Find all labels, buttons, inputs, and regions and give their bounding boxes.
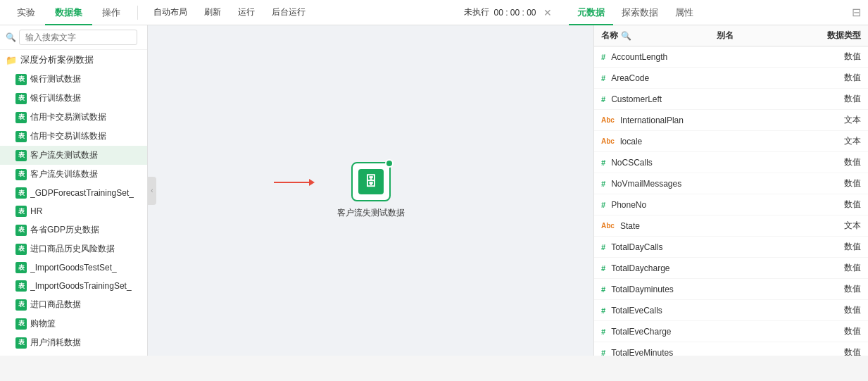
col-header-alias: 别名 [717,30,803,42]
sidebar-item-label: _ImportGoodsTestSet_ [30,263,117,273]
sidebar-item-label: 进口商品历史风险数据 [30,243,115,255]
canvas-node: 🗄 客户流失测试数据 [337,162,405,219]
sidebar-item-gdp-history[interactable]: 表 各省GDP历史数据 [0,220,147,239]
collapse-right-panel-button[interactable]: ⊟ [852,6,861,19]
sidebar-item-hr[interactable]: 表 HR [0,202,147,220]
col-header-type: 数据类型 [803,30,861,42]
tab-attributes[interactable]: 属性 [667,0,702,25]
sidebar-item-customer-loss-test[interactable]: 表 客户流失测试数据 [0,146,147,165]
tab-experiment[interactable]: 实验 [7,0,45,25]
search-name-icon[interactable]: 🔍 [621,31,631,41]
table-row: #CustomerLeft 数值 [594,89,868,110]
dataset-icon: 表 [15,187,27,199]
sidebar-item-label: HR [30,206,42,216]
sidebar-item-label: 进口商品数据 [30,299,81,311]
sidebar-item-credit-test[interactable]: 表 信用卡交易测试数据 [0,108,147,127]
sidebar-item-user-consume[interactable]: 表 用户消耗数据 [0,333,147,352]
table-row: AbcState 文本 [594,216,868,237]
canvas-area: ‹ 🗄 客户流失测试数据 [148,25,593,356]
metadata-table-header: 名称 🔍 别名 数据类型 [594,25,868,46]
sidebar-item-gdp-forecast[interactable]: 表 _GDPForecastTrainingSet_ [0,184,147,202]
search-icon: 🔍 [6,32,16,42]
dataset-icon: 表 [15,150,27,161]
node-dataset-icon: 🗄 [358,169,384,194]
sidebar-item-label: 信用卡交易训练数据 [30,130,106,142]
sidebar-item-label: _ImportGoodsTrainingSet_ [30,281,132,291]
timer-display: 未执行 00 : 00 : 00 ✕ [464,6,554,20]
tab-operation[interactable]: 操作 [92,0,130,25]
dataset-icon: 表 [15,112,27,123]
auto-layout-button[interactable]: 自动布局 [145,4,196,21]
table-row: #TotalEveCharge 数值 [594,321,868,342]
sidebar-item-label: 客户流失测试数据 [30,149,98,161]
sidebar-item-label: 信用卡交易测试数据 [30,111,106,123]
sidebar-item-label: 银行训练数据 [30,92,81,104]
sidebar-item-import-risk[interactable]: 表 进口商品历史风险数据 [0,239,147,258]
background-run-button[interactable]: 后台运行 [263,4,314,21]
collapse-sidebar-handle[interactable]: ‹ [148,177,156,205]
dataset-icon: 表 [15,225,27,236]
folder-label: 深度分析案例数据 [20,54,94,66]
timer-label: 未执行 [464,6,489,18]
tab-explore[interactable]: 探索数据 [613,0,667,25]
arrow-indicator [274,179,315,186]
tab-metadata[interactable]: 元数据 [569,0,613,25]
sidebar-item-import-training[interactable]: 表 _ImportGoodsTrainingSet_ [0,277,147,295]
table-row: #TotalEveCalls 数值 [594,300,868,321]
dataset-icon: 表 [15,299,27,311]
dataset-icon: 表 [15,244,27,255]
timer-close-button[interactable]: ✕ [541,6,555,20]
sidebar-item-credit-train[interactable]: 表 信用卡交易训练数据 [0,127,147,146]
table-row: Abclocale 文本 [594,131,868,152]
dataset-icon: 表 [15,131,27,142]
sidebar-item-bank-test[interactable]: 表 银行测试数据 [0,70,147,89]
dataset-icon: 表 [15,318,27,330]
top-tab-bar: 实验 数据集 操作 自动布局 刷新 运行 后台运行 未执行 00 : 00 : … [0,0,868,25]
sidebar-item-label: 用户消耗数据 [30,337,81,349]
table-row: #TotalDaycharge 数值 [594,258,868,279]
more-options-icon[interactable]: ⋮ [140,31,148,44]
sidebar-item-label: 购物篮 [30,318,56,330]
col-header-name: 名称 🔍 [601,30,717,42]
search-input[interactable] [19,30,137,45]
table-row: #NoVmailMessages 数值 [594,173,868,194]
sidebar-item-import-test[interactable]: 表 _ImportGoodsTestSet_ [0,258,147,277]
table-row: #TotalDayminutes 数值 [594,279,868,300]
sidebar-item-label: 客户流失训练数据 [30,168,98,180]
table-row: #TotalDayCalls 数值 [594,237,868,258]
table-row: #TotalEveMinutes 数值 [594,342,868,356]
node-icon-wrapper[interactable]: 🗄 [351,162,391,201]
sidebar-item-label: 各省GDP历史数据 [30,224,99,236]
run-button[interactable]: 运行 [229,4,263,21]
dataset-icon: 表 [15,206,27,217]
node-connector [385,159,394,168]
node-label: 客户流失测试数据 [337,207,405,219]
main-layout: 🔍 ⋮ 📁 深度分析案例数据 表 银行测试数据 表 银行训练数据 表 信用卡交易… [0,25,868,356]
sidebar-item-bank-train[interactable]: 表 银行训练数据 [0,89,147,108]
table-row: #PhoneNo 数值 [594,194,868,216]
sidebar-item-shopping[interactable]: 表 购物篮 [0,314,147,333]
refresh-button[interactable]: 刷新 [196,4,229,21]
dataset-icon: 表 [15,262,27,273]
dataset-icon: 表 [15,169,27,180]
table-row: AbcInternationalPlan 文本 [594,110,868,131]
sidebar: 🔍 ⋮ 📁 深度分析案例数据 表 银行测试数据 表 银行训练数据 表 信用卡交易… [0,25,148,356]
sidebar-search-bar: 🔍 ⋮ [0,25,147,50]
folder-icon: 📁 [6,55,17,65]
sidebar-list: 📁 深度分析案例数据 表 银行测试数据 表 银行训练数据 表 信用卡交易测试数据… [0,50,147,356]
table-row: #NoCSCalls 数值 [594,152,868,173]
sidebar-item-import-goods[interactable]: 表 进口商品数据 [0,295,147,314]
dataset-icon: 表 [15,93,27,104]
timer-value: 00 : 00 : 00 [493,8,536,18]
right-panel: 名称 🔍 别名 数据类型 #AccountLength 数值 #AreaCode… [593,25,868,356]
dataset-icon: 表 [15,337,27,349]
sidebar-item-customer-loss-train[interactable]: 表 客户流失训练数据 [0,165,147,184]
sidebar-item-label: 银行测试数据 [30,73,81,85]
tab-dataset[interactable]: 数据集 [45,0,92,25]
sidebar-item-label: _GDPForecastTrainingSet_ [30,188,134,198]
table-row: #AreaCode 数值 [594,68,868,89]
sidebar-folder-deepanalysis[interactable]: 📁 深度分析案例数据 [0,50,147,70]
dataset-icon: 表 [15,74,27,85]
sidebar-item-relay-new[interactable]: 表 继电器维护性检测现有数据 [0,352,147,356]
table-row: #AccountLength 数值 [594,46,868,68]
